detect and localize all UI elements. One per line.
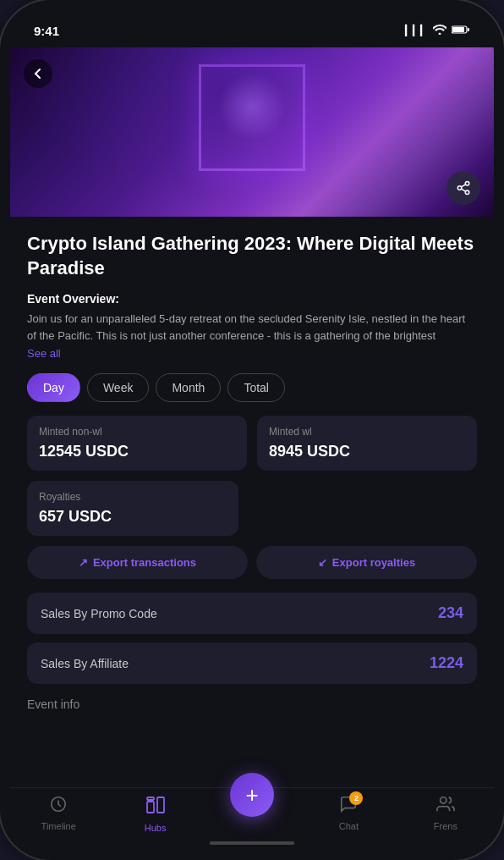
event-overview-label: Event Overview: <box>27 292 477 306</box>
svg-rect-10 <box>157 797 164 813</box>
hero-image <box>10 47 494 217</box>
nav-hubs[interactable]: Hubs <box>107 795 203 833</box>
bottom-nav: Timeline Hubs + <box>10 787 494 850</box>
tab-month[interactable]: Month <box>156 373 221 402</box>
home-indicator <box>210 841 294 845</box>
royalties-label: Royalties <box>39 491 227 503</box>
wifi-icon <box>433 25 446 37</box>
back-button[interactable] <box>24 59 52 88</box>
nav-frens[interactable]: Frens <box>397 795 494 831</box>
stats-row-1: Minted non-wl 12545 USDC Minted wl 8945 … <box>27 416 477 471</box>
time-tabs: Day Week Month Total <box>27 373 477 402</box>
event-title: Crypto Island Gathering 2023: Where Digi… <box>27 232 477 280</box>
share-button[interactable] <box>446 171 480 205</box>
signal-icon: ▎▎▎ <box>405 25 428 36</box>
frens-icon <box>436 795 455 819</box>
svg-line-7 <box>461 185 465 187</box>
svg-point-3 <box>465 182 469 186</box>
status-icons: ▎▎▎ <box>405 25 470 37</box>
minted-wl-value: 8945 USDC <box>269 443 465 460</box>
phone-screen: 9:41 ▎▎▎ <box>10 10 494 850</box>
nav-timeline[interactable]: Timeline <box>10 795 107 831</box>
tab-week[interactable]: Week <box>87 373 150 402</box>
hero-glow <box>218 73 286 141</box>
status-time: 9:41 <box>34 24 59 38</box>
export-royalties-icon: ↙ <box>318 556 327 569</box>
timeline-icon <box>49 795 68 819</box>
chat-label: Chat <box>339 821 359 831</box>
svg-point-5 <box>465 190 469 195</box>
royalties-card: Royalties 657 USDC <box>27 481 238 536</box>
frens-label: Frens <box>434 821 457 831</box>
event-info-label: Event info <box>27 697 477 714</box>
stats-row-2: Royalties 657 USDC <box>27 481 477 536</box>
royalties-value: 657 USDC <box>39 508 227 526</box>
export-transactions-icon: ↗ <box>79 556 88 569</box>
nav-fab[interactable]: + <box>204 795 300 817</box>
sales-promo-label: Sales By Promo Code <box>41 607 438 620</box>
hubs-icon <box>145 795 166 820</box>
export-royalties-label: Export royalties <box>332 556 415 569</box>
minted-wl-card: Minted wl 8945 USDC <box>257 416 477 471</box>
svg-rect-9 <box>147 802 154 813</box>
chat-badge: 2 <box>349 791 363 805</box>
minted-non-wl-card: Minted non-wl 12545 USDC <box>27 416 247 471</box>
nav-chat[interactable]: 2 Chat <box>300 795 397 831</box>
export-transactions-label: Export transactions <box>93 556 196 569</box>
svg-rect-11 <box>147 797 154 800</box>
minted-non-wl-label: Minted non-wl <box>39 426 235 438</box>
tab-total[interactable]: Total <box>227 373 285 402</box>
scroll-content: Crypto Island Gathering 2023: Where Digi… <box>10 217 494 850</box>
export-royalties-button[interactable]: ↙ Export royalties <box>256 546 477 579</box>
minted-non-wl-value: 12545 USDC <box>39 443 235 460</box>
tab-day[interactable]: Day <box>27 373 80 402</box>
chat-icon: 2 <box>339 795 358 819</box>
svg-point-12 <box>440 797 446 803</box>
sales-affiliate-row: Sales By Affiliate 1224 <box>27 642 477 684</box>
notch <box>193 10 311 34</box>
svg-rect-2 <box>468 28 469 31</box>
svg-rect-1 <box>452 27 464 32</box>
fab-button[interactable]: + <box>230 773 274 817</box>
sales-promo-value: 234 <box>438 604 463 622</box>
export-transactions-button[interactable]: ↗ Export transactions <box>27 546 248 579</box>
battery-icon <box>452 25 470 37</box>
minted-wl-label: Minted wl <box>269 426 465 438</box>
sales-section: Sales By Promo Code 234 Sales By Affilia… <box>27 593 477 684</box>
sales-promo-row: Sales By Promo Code 234 <box>27 593 477 634</box>
svg-point-4 <box>457 186 462 190</box>
hubs-label: Hubs <box>145 823 167 833</box>
event-description: Join us for an unparalleled 5-day retrea… <box>27 311 477 344</box>
see-all-link[interactable]: See all <box>27 347 477 360</box>
phone-frame: 9:41 ▎▎▎ <box>0 0 504 860</box>
sales-affiliate-value: 1224 <box>430 654 463 672</box>
timeline-label: Timeline <box>41 821 76 831</box>
sales-affiliate-label: Sales By Affiliate <box>41 657 430 670</box>
svg-line-6 <box>461 189 465 191</box>
main-content: Crypto Island Gathering 2023: Where Digi… <box>10 217 494 782</box>
export-row: ↗ Export transactions ↙ Export royalties <box>27 546 477 579</box>
fab-plus-icon: + <box>245 784 258 806</box>
